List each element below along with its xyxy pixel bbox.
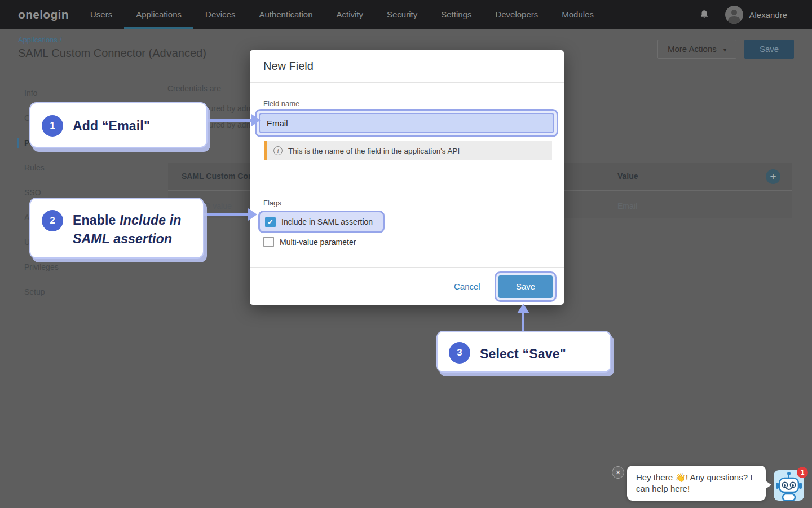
user-avatar[interactable]	[725, 6, 743, 24]
modal-header-divider	[250, 82, 564, 83]
include-saml-label: Include in SAML assertion	[281, 217, 373, 226]
info-icon: i	[273, 146, 283, 155]
avatar-body-shape	[728, 16, 740, 24]
more-actions-label: More Actions	[668, 44, 717, 54]
step-1-text: Add “Email"	[73, 118, 150, 134]
page-title: SAML Custom Connector (Advanced)	[18, 47, 206, 60]
field-name-input[interactable]	[259, 113, 554, 133]
saml-flag-highlight: ✓ Include in SAML assertion	[258, 211, 385, 233]
step-2-line-2: SAML assertion	[73, 230, 182, 248]
field-info-text: This is the name of the field in the app…	[288, 147, 460, 155]
bell-icon[interactable]	[699, 10, 709, 20]
field-name-highlight	[255, 109, 558, 137]
chat-message-line-1: Hey there 👋! Any questions? I	[636, 472, 766, 483]
page-save-button[interactable]: Save	[744, 40, 794, 59]
avatar-head-shape	[731, 10, 737, 15]
multi-value-checkbox[interactable]	[263, 237, 274, 247]
step-2-text: Enable Include in SAML assertion	[73, 211, 182, 248]
modal-save-button[interactable]: Save	[498, 275, 553, 298]
nav-item-modules[interactable]: Modules	[550, 0, 606, 29]
add-parameter-button[interactable]: +	[766, 169, 780, 184]
breadcrumb[interactable]: Applications /	[18, 36, 61, 44]
onelogin-logo: onelogin	[18, 0, 69, 29]
modal-footer-divider	[250, 267, 564, 268]
sidebar-item-setup[interactable]: Setup	[0, 279, 148, 304]
step-2-line-1: Enable Include in	[73, 211, 182, 230]
callout3-arrowhead-icon	[517, 304, 529, 313]
nav-item-devices[interactable]: Devices	[193, 0, 247, 29]
new-field-modal: New Field Field name i This is the name …	[250, 50, 564, 305]
modal-title: New Field	[263, 60, 314, 73]
nav-menu: Users Applications Devices Authenticatio…	[78, 0, 606, 29]
nav-item-security[interactable]: Security	[375, 0, 429, 29]
callout-step-3: 3 Select “Save"	[436, 331, 611, 373]
close-icon: ✕	[615, 469, 620, 476]
top-nav: onelogin Users Applications Devices Auth…	[0, 0, 812, 29]
step-3-badge: 3	[449, 342, 470, 364]
flags-label: Flags	[263, 199, 281, 207]
step-3-text: Select “Save"	[480, 346, 566, 362]
field-name-label: Field name	[263, 99, 299, 108]
screen: onelogin Users Applications Devices Auth…	[0, 0, 812, 508]
nav-item-settings[interactable]: Settings	[429, 0, 483, 29]
callout3-arrow-line	[522, 312, 524, 333]
chevron-down-icon: ▾	[723, 47, 726, 53]
nav-item-developers[interactable]: Developers	[483, 0, 550, 29]
callout2-arrowhead-icon	[248, 208, 257, 221]
callout-step-2: 2 Enable Include in SAML assertion	[29, 198, 204, 259]
step-1-badge: 1	[42, 115, 63, 137]
nav-right-group: Alexandre	[699, 0, 787, 29]
callout1-arrow-line	[206, 119, 253, 122]
include-saml-checkbox[interactable]: ✓	[265, 217, 276, 227]
chat-message-line-2: can help here!	[636, 483, 766, 494]
step-2-badge: 2	[42, 210, 63, 231]
chat-message-bubble: Hey there 👋! Any questions? I can help h…	[627, 466, 766, 501]
save-button-highlight: Save	[495, 271, 557, 302]
callout1-arrowhead-icon	[251, 114, 261, 126]
credentials-label: Credentials are	[167, 84, 221, 93]
chat-close-button[interactable]: ✕	[612, 466, 624, 479]
user-name[interactable]: Alexandre	[749, 10, 787, 20]
plus-icon: +	[770, 170, 776, 182]
callout-step-1: 1 Add “Email"	[29, 102, 208, 148]
check-icon: ✓	[267, 218, 273, 226]
callout2-arrow-line	[203, 213, 249, 216]
value-column-header: Value	[617, 172, 638, 181]
multi-value-row: Multi-value parameter	[263, 237, 356, 247]
multi-value-label: Multi-value parameter	[280, 238, 356, 247]
field-info-box: i This is the name of the field in the a…	[264, 141, 552, 160]
row-field-value: Email	[617, 202, 637, 211]
chat-unread-badge: 1	[797, 467, 808, 478]
sidebar-item-rules[interactable]: Rules	[0, 155, 148, 180]
nav-item-users[interactable]: Users	[78, 0, 124, 29]
nav-item-authentication[interactable]: Authentication	[247, 0, 324, 29]
nav-item-activity[interactable]: Activity	[325, 0, 376, 29]
nav-item-applications[interactable]: Applications	[124, 0, 193, 29]
active-item-bar	[17, 138, 19, 148]
chat-bubble-tail	[764, 480, 771, 490]
more-actions-button[interactable]: More Actions ▾	[657, 40, 736, 59]
cancel-button[interactable]: Cancel	[454, 282, 480, 291]
